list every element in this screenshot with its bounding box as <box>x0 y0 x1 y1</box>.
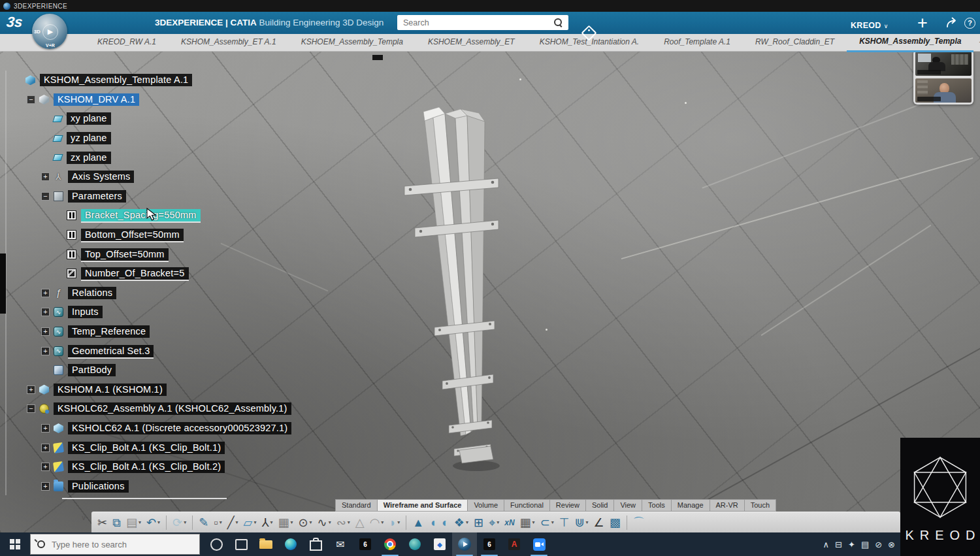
document-tab-kshoem-assembly-et[interactable]: KSHOEM_Assembly_ET <box>416 34 527 51</box>
workbench-tab-volume[interactable]: Volume <box>467 499 504 512</box>
document-tab-kshom-assembly-templa[interactable]: KSHOM_Assembly_Templa <box>847 33 973 52</box>
global-search-box[interactable] <box>397 15 568 30</box>
dropdown-arrow-icon[interactable]: ▾ <box>397 519 400 525</box>
expand-minus-icon[interactable]: − <box>27 404 35 413</box>
fill-surface-icon[interactable]: ◖ <box>427 514 438 532</box>
dropdown-arrow-icon[interactable]: ▾ <box>236 519 238 525</box>
cortana-taskbar-icon[interactable] <box>204 532 229 556</box>
workbench-tab-solid[interactable]: Solid <box>585 499 613 512</box>
rhino-6-taskbar-icon[interactable]: 6 <box>353 532 378 556</box>
tab-scroll-handle[interactable] <box>372 55 383 60</box>
curve-analysis-icon[interactable]: ∠ <box>592 514 606 532</box>
document-tab-kreod-rw-a-1[interactable]: KREOD_RW A.1 <box>85 34 169 51</box>
tree-item-kshom-drv-a-1[interactable]: −KSHOM_DRV A.1 <box>4 90 291 110</box>
store-taskbar-icon[interactable] <box>303 532 328 556</box>
document-tab-rw-roof-claddin-et[interactable]: RW_Roof_Claddin_ET <box>743 34 847 51</box>
network-status-icon[interactable]: ⊘ <box>875 540 882 549</box>
tree-item-ks-clip-bolt-a-1-ks-clip-bolt-1[interactable]: +KS_Clip_Bolt A.1 (KS_Clip_Bolt.1) <box>4 438 291 457</box>
app-teal-taskbar-icon[interactable] <box>402 532 427 556</box>
tree-item-temp-reference[interactable]: +Temp_Reference <box>4 322 291 342</box>
camera-icon[interactable]: ▤ <box>861 540 869 549</box>
component-grid-icon[interactable]: ▦▾ <box>518 514 537 532</box>
dropdown-arrow-icon[interactable]: ▾ <box>220 519 222 525</box>
undo-icon[interactable]: ↶▾ <box>144 514 162 532</box>
tree-item-geometrical-set-3[interactable]: +Geometrical Set.3 <box>4 341 291 361</box>
dropdown-arrow-icon[interactable]: ▾ <box>184 519 186 525</box>
expand-plus-icon[interactable]: + <box>41 347 50 355</box>
copy-icon[interactable]: ⧉ <box>110 514 123 532</box>
global-search-input[interactable] <box>397 15 591 30</box>
document-tab-kshom-assembly-et-a-1[interactable]: KSHOM_Assembly_ET A.1 <box>169 34 289 51</box>
dropdown-arrow-icon[interactable]: ▾ <box>497 519 499 525</box>
tree-item-top-offset-50mm[interactable]: Top_Offset=50mm <box>4 244 291 264</box>
spline-icon[interactable]: ∿▾ <box>316 514 333 532</box>
workbench-tab-functional[interactable]: Functional <box>504 499 549 512</box>
circle-icon[interactable]: ⊙▾ <box>296 514 314 532</box>
dropdown-arrow-icon[interactable]: ▾ <box>381 519 384 525</box>
dropdown-arrow-icon[interactable]: ▾ <box>532 519 535 525</box>
expand-plus-icon[interactable]: + <box>41 308 50 316</box>
dropdown-arrow-icon[interactable]: ▾ <box>329 519 331 525</box>
tree-item-ksholc62-assembly-a-1-ksholc62-assembly-1[interactable]: −KSHOLC62_Assembly A.1 (KSHOLC62_Assembl… <box>4 399 291 419</box>
rhino-6-2-taskbar-icon[interactable]: 6 <box>477 532 502 556</box>
chrome-taskbar-icon[interactable] <box>378 532 402 556</box>
tray-expand-icon[interactable]: ∧ <box>823 540 830 549</box>
blend-surface-icon[interactable]: ◐ <box>440 514 451 532</box>
pattern-icon[interactable]: ⊞ <box>472 514 485 532</box>
extrude-surface-icon[interactable]: △ <box>353 514 367 532</box>
acrobat-taskbar-icon[interactable]: A <box>502 532 527 556</box>
user-menu[interactable]: KREOD∨ <box>851 21 889 30</box>
paste-icon[interactable]: ▤▾ <box>124 514 143 532</box>
share-button[interactable] <box>945 17 958 31</box>
add-content-button[interactable]: + <box>917 13 928 33</box>
new-tab-button[interactable]: + <box>973 34 980 51</box>
dropbox-icon[interactable]: ✦ <box>848 540 855 549</box>
tree-item-xy-plane[interactable]: xy plane <box>4 109 291 129</box>
tree-item-ks-clip-bolt-a-1-ks-clip-bolt-2[interactable]: +KS_Clip_Bolt A.1 (KS_Clip_Bolt.2) <box>4 457 291 477</box>
sweep-surface-icon[interactable]: ◠▾ <box>368 514 386 532</box>
task-view-taskbar-icon[interactable] <box>229 532 253 556</box>
file-explorer-taskbar-icon[interactable] <box>253 532 278 556</box>
tree-item-partbody[interactable]: PartBody <box>4 361 291 380</box>
tree-item-publications[interactable]: +Publications <box>4 476 291 496</box>
3dexperience-compass[interactable]: ▶ 3D V+R <box>32 14 67 49</box>
cut-icon[interactable]: ✂ <box>95 514 109 532</box>
tree-item-inputs[interactable]: +Inputs <box>4 303 291 322</box>
mail-taskbar-icon[interactable]: ✉ <box>328 532 353 556</box>
mesh-icon[interactable]: ▩ <box>608 514 623 532</box>
dropdown-arrow-icon[interactable]: ▾ <box>310 519 312 525</box>
workbench-tab-wireframe-and-surface[interactable]: Wireframe and Surface <box>377 499 468 512</box>
tree-item-kshom-assembly-template-a-1[interactable]: KSHOM_Assembly_Template A.1 <box>4 71 291 90</box>
expand-plus-icon[interactable]: + <box>41 424 50 433</box>
expand-minus-icon[interactable]: − <box>41 192 50 201</box>
workbench-tab-standard[interactable]: Standard <box>335 499 377 512</box>
expand-plus-icon[interactable]: + <box>41 444 50 452</box>
display-settings-icon[interactable]: ⊟ <box>835 540 842 549</box>
workbench-tab-ar-vr[interactable]: AR-VR <box>710 499 744 512</box>
tree-item-bottom-offset-50mm[interactable]: Bottom_Offset=50mm <box>4 225 291 245</box>
dropdown-arrow-icon[interactable]: ▾ <box>253 519 256 525</box>
app-white-taskbar-icon[interactable]: ◆ <box>427 532 452 556</box>
tree-item-relations[interactable]: +Relations <box>4 284 291 303</box>
tree-item-zx-plane[interactable]: zx plane <box>4 148 291 167</box>
dropdown-arrow-icon[interactable]: ▾ <box>157 519 160 525</box>
toolbar-collapse-icon[interactable]: ∨ <box>81 514 86 522</box>
document-tab-kshoem-assembly-templa[interactable]: KSHOEM_Assembly_Templa <box>289 34 416 51</box>
multi-section-surface-icon[interactable]: ◗▾ <box>387 514 402 532</box>
line-icon[interactable]: ╱▾ <box>225 514 240 532</box>
tree-item-ksholc62-a-1-discrete-accessory000523927-1[interactable]: +KSHOLC62 A.1 (Discrete accessory0005239… <box>4 419 291 438</box>
grid-icon[interactable]: ▦▾ <box>276 514 295 532</box>
expand-minus-icon[interactable]: − <box>27 95 35 104</box>
tree-item-axis-systems[interactable]: +Axis Systems <box>4 167 291 187</box>
workbench-tab-view[interactable]: View <box>613 499 642 512</box>
dropdown-arrow-icon[interactable]: ▾ <box>551 519 554 525</box>
split-icon[interactable]: ▲ <box>410 514 426 532</box>
develop-icon[interactable]: ⊤ <box>557 514 572 532</box>
update-icon[interactable]: ⟳▾ <box>171 514 188 532</box>
axis-system-icon[interactable]: ⅄▾ <box>259 514 274 532</box>
zoom-box-icon[interactable]: ⌖▾ <box>487 514 501 532</box>
dropdown-arrow-icon[interactable]: ▾ <box>290 519 293 525</box>
start-button[interactable] <box>0 532 30 556</box>
tree-item-yz-plane[interactable]: yz plane <box>4 129 291 148</box>
zoom-taskbar-icon[interactable] <box>527 532 551 556</box>
